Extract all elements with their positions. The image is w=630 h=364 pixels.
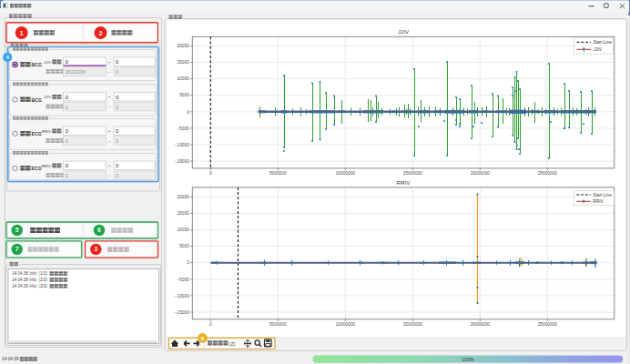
svg-text:(Z): (Z): [229, 341, 236, 347]
svg-text:Start Line: Start Line: [594, 40, 613, 45]
svg-text:JJIV: JJIV: [594, 47, 603, 52]
svg-text:~: ~: [107, 69, 110, 75]
svg-text:RRIV: RRIV: [397, 179, 412, 186]
svg-text:10000: 10000: [177, 228, 189, 232]
svg-text:BCG: BCG: [32, 62, 43, 67]
svg-text:15000: 15000: [177, 60, 189, 65]
svg-text:−5000: −5000: [177, 126, 189, 131]
svg-text:7: 7: [15, 246, 19, 252]
svg-text:−15000: −15000: [175, 159, 189, 164]
svg-text:~: ~: [107, 104, 110, 109]
svg-text:RRIV: RRIV: [42, 164, 52, 168]
svg-text:−10000: −10000: [175, 294, 189, 298]
svg-text:3: 3: [94, 246, 97, 252]
svg-text:14:04:39 Info: (3/3): 14:04:39 Info: (3/3): [12, 284, 47, 288]
svg-text:~: ~: [107, 128, 110, 134]
svg-text:14:04:38 Info: (2/3): 14:04:38 Info: (2/3): [12, 278, 47, 282]
svg-text:0: 0: [209, 171, 212, 176]
svg-text:20000: 20000: [177, 195, 189, 199]
svg-text:~: ~: [107, 163, 110, 168]
svg-text:~: ~: [107, 138, 110, 144]
svg-text:8: 8: [201, 335, 205, 341]
svg-text:−15000: −15000: [175, 310, 189, 315]
svg-text:−5000: −5000: [177, 278, 189, 282]
svg-text:−10000: −10000: [175, 143, 189, 147]
svg-text:~: ~: [107, 59, 110, 65]
svg-text:1: 1: [20, 29, 24, 37]
svg-text:BCG: BCG: [32, 97, 43, 103]
svg-text:15000: 15000: [177, 211, 189, 216]
svg-text:20000: 20000: [177, 44, 189, 48]
svg-text:20000000: 20000000: [471, 322, 491, 327]
svg-text:10000000: 10000000: [336, 171, 356, 176]
svg-text:6: 6: [97, 227, 101, 233]
svg-text:0: 0: [187, 260, 189, 265]
svg-text:14:04:39: 14:04:39: [2, 357, 19, 361]
svg-text:0: 0: [116, 173, 118, 178]
svg-text:ECG: ECG: [32, 166, 42, 171]
svg-text:RRIV: RRIV: [593, 199, 604, 204]
svg-text:0: 0: [66, 105, 68, 110]
svg-text:5: 5: [15, 227, 19, 233]
svg-text:10000000: 10000000: [336, 322, 356, 327]
svg-text:~: ~: [107, 173, 110, 178]
svg-text:~: ~: [107, 94, 110, 99]
svg-text:3623106: 3623106: [66, 69, 86, 75]
svg-text:5000: 5000: [179, 244, 189, 248]
svg-text:20000000: 20000000: [471, 171, 491, 176]
svg-text:Start Line: Start Line: [593, 193, 612, 197]
svg-text:0: 0: [66, 173, 68, 178]
svg-text:ECG: ECG: [32, 131, 42, 136]
svg-text:15000000: 15000000: [403, 171, 423, 176]
svg-text:0: 0: [66, 138, 68, 144]
svg-text:5000000: 5000000: [269, 322, 287, 327]
svg-text:15000000: 15000000: [403, 322, 423, 327]
svg-text:RRIV: RRIV: [42, 129, 52, 134]
svg-text:5000000: 5000000: [269, 171, 287, 176]
svg-text:JJIV: JJIV: [44, 95, 52, 99]
svg-text:5000: 5000: [179, 93, 189, 97]
svg-text:0: 0: [116, 69, 118, 75]
svg-text:14:04:38 Info: (1/3): 14:04:38 Info: (1/3): [12, 271, 47, 276]
svg-text:JJIV: JJIV: [44, 60, 52, 65]
svg-text:2: 2: [98, 29, 102, 37]
svg-text:25000000: 25000000: [538, 171, 558, 176]
svg-text:25000000: 25000000: [538, 322, 558, 327]
svg-text:0: 0: [116, 105, 118, 110]
svg-text:0: 0: [116, 138, 118, 144]
svg-text:JJIV: JJIV: [398, 28, 410, 35]
svg-text:100%: 100%: [462, 357, 474, 362]
svg-text:0: 0: [209, 322, 212, 327]
svg-text:10000: 10000: [177, 76, 189, 81]
svg-text:0: 0: [187, 110, 189, 115]
